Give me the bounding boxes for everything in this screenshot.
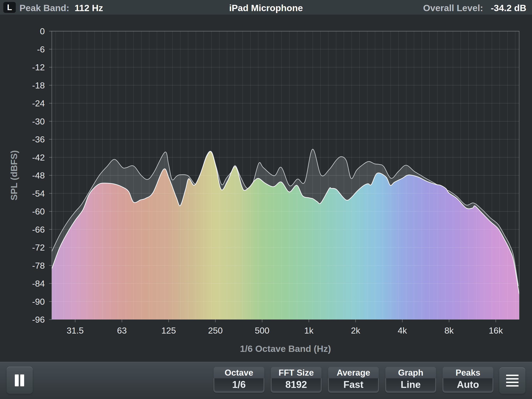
svg-text:SPL (dBFS): SPL (dBFS)	[9, 150, 19, 200]
svg-text:-72: -72	[32, 243, 45, 252]
svg-text:2k: 2k	[351, 326, 360, 335]
svg-text:-42: -42	[32, 153, 45, 162]
svg-text:-30: -30	[32, 116, 45, 126]
svg-text:-84: -84	[32, 279, 45, 289]
svg-text:-96: -96	[32, 315, 45, 325]
svg-text:4k: 4k	[398, 326, 407, 335]
svg-text:-78: -78	[32, 261, 45, 270]
svg-text:-66: -66	[32, 225, 45, 235]
svg-text:16k: 16k	[489, 326, 503, 335]
svg-text:-90: -90	[32, 297, 45, 307]
svg-text:63: 63	[117, 326, 127, 335]
svg-text:8k: 8k	[444, 326, 454, 335]
svg-text:0: 0	[40, 26, 45, 36]
svg-text:1/6 Octave Band (Hz): 1/6 Octave Band (Hz)	[240, 343, 331, 354]
svg-text:-6: -6	[37, 45, 45, 54]
svg-text:-60: -60	[32, 206, 45, 216]
svg-text:-54: -54	[32, 189, 45, 199]
svg-text:125: 125	[161, 326, 176, 335]
svg-text:250: 250	[208, 326, 222, 335]
svg-text:-18: -18	[32, 80, 45, 90]
svg-text:-48: -48	[32, 170, 45, 180]
svg-text:-24: -24	[32, 98, 45, 108]
svg-text:31.5: 31.5	[67, 326, 84, 335]
svg-text:-12: -12	[32, 62, 45, 72]
svg-text:1k: 1k	[304, 326, 314, 335]
svg-text:-36: -36	[32, 135, 45, 144]
svg-text:500: 500	[255, 326, 269, 335]
